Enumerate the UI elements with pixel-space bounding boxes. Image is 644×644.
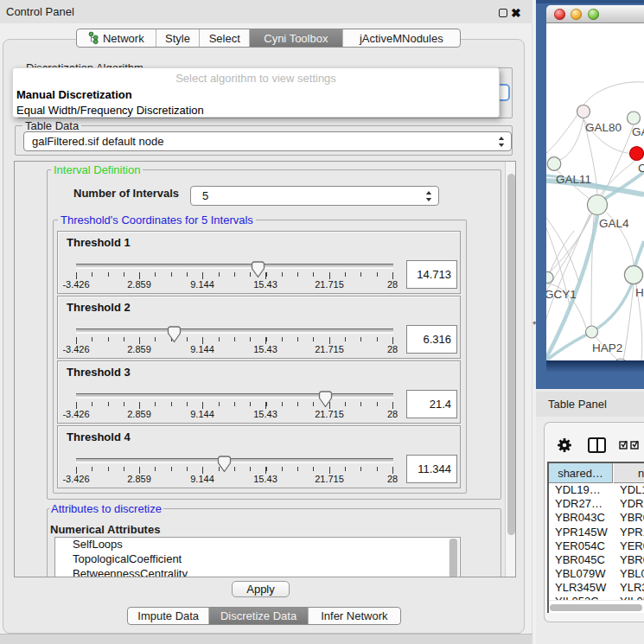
svg-text:GAL4: GAL4 (599, 217, 629, 230)
svg-text:GAL11: GAL11 (556, 173, 591, 186)
svg-text:GAL: GAL (632, 125, 644, 138)
svg-text:GAL80: GAL80 (585, 121, 622, 134)
svg-text:HAP2: HAP2 (592, 341, 622, 354)
svg-text:C: C (638, 162, 644, 175)
svg-text:GCY1: GCY1 (546, 288, 577, 301)
svg-text:H: H (635, 286, 644, 299)
